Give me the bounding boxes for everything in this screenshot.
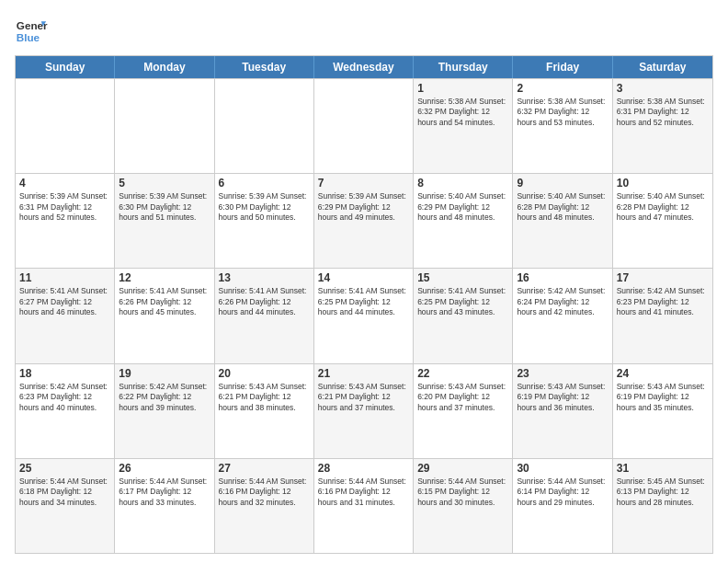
calendar: SundayMondayTuesdayWednesdayThursdayFrid…: [15, 55, 713, 554]
day-info: Sunrise: 5:41 AM Sunset: 6:26 PM Dayligh…: [219, 286, 310, 317]
cal-week-4: 25Sunrise: 5:44 AM Sunset: 6:18 PM Dayli…: [16, 458, 712, 553]
day-info: Sunrise: 5:40 AM Sunset: 6:28 PM Dayligh…: [617, 191, 709, 223]
cal-day-3: 3Sunrise: 5:38 AM Sunset: 6:31 PM Daylig…: [613, 79, 712, 173]
day-info: Sunrise: 5:43 AM Sunset: 6:20 PM Dayligh…: [417, 382, 508, 413]
cal-day-10: 10Sunrise: 5:40 AM Sunset: 6:28 PM Dayli…: [613, 174, 712, 268]
day-number: 13: [219, 271, 310, 284]
cal-week-2: 11Sunrise: 5:41 AM Sunset: 6:27 PM Dayli…: [16, 268, 712, 362]
day-number: 15: [417, 271, 508, 284]
cal-day-24: 24Sunrise: 5:43 AM Sunset: 6:19 PM Dayli…: [613, 364, 712, 458]
day-info: Sunrise: 5:39 AM Sunset: 6:31 PM Dayligh…: [19, 191, 110, 223]
day-info: Sunrise: 5:39 AM Sunset: 6:30 PM Dayligh…: [119, 191, 210, 223]
cal-day-4: 4Sunrise: 5:39 AM Sunset: 6:31 PM Daylig…: [16, 174, 115, 268]
day-number: 27: [219, 462, 310, 475]
calendar-body: 1Sunrise: 5:38 AM Sunset: 6:32 PM Daylig…: [16, 78, 712, 553]
day-number: 11: [19, 271, 110, 284]
day-info: Sunrise: 5:43 AM Sunset: 6:21 PM Dayligh…: [318, 382, 409, 413]
header: General Blue: [15, 15, 713, 48]
day-info: Sunrise: 5:39 AM Sunset: 6:29 PM Dayligh…: [318, 191, 409, 223]
cal-day-29: 29Sunrise: 5:44 AM Sunset: 6:15 PM Dayli…: [414, 459, 513, 553]
cal-day-7: 7Sunrise: 5:39 AM Sunset: 6:29 PM Daylig…: [314, 174, 414, 268]
cal-day-15: 15Sunrise: 5:41 AM Sunset: 6:25 PM Dayli…: [414, 269, 513, 362]
cal-day-empty-0-1: [115, 79, 214, 173]
cal-day-23: 23Sunrise: 5:43 AM Sunset: 6:19 PM Dayli…: [513, 364, 612, 458]
day-info: Sunrise: 5:41 AM Sunset: 6:26 PM Dayligh…: [119, 286, 210, 317]
svg-text:Blue: Blue: [17, 31, 40, 43]
day-info: Sunrise: 5:40 AM Sunset: 6:29 PM Dayligh…: [417, 191, 508, 223]
cal-day-30: 30Sunrise: 5:44 AM Sunset: 6:14 PM Dayli…: [513, 459, 612, 553]
cal-day-13: 13Sunrise: 5:41 AM Sunset: 6:26 PM Dayli…: [215, 269, 314, 362]
day-info: Sunrise: 5:44 AM Sunset: 6:16 PM Dayligh…: [318, 477, 409, 508]
day-info: Sunrise: 5:44 AM Sunset: 6:17 PM Dayligh…: [119, 477, 210, 508]
calendar-header: SundayMondayTuesdayWednesdayThursdayFrid…: [16, 56, 712, 78]
day-header-monday: Monday: [115, 56, 214, 78]
day-info: Sunrise: 5:44 AM Sunset: 6:14 PM Dayligh…: [517, 477, 608, 508]
cal-day-22: 22Sunrise: 5:43 AM Sunset: 6:20 PM Dayli…: [414, 364, 513, 458]
cal-day-26: 26Sunrise: 5:44 AM Sunset: 6:17 PM Dayli…: [115, 459, 214, 553]
day-number: 17: [617, 271, 709, 284]
day-info: Sunrise: 5:42 AM Sunset: 6:22 PM Dayligh…: [119, 382, 210, 413]
day-info: Sunrise: 5:43 AM Sunset: 6:19 PM Dayligh…: [517, 382, 608, 413]
cal-week-3: 18Sunrise: 5:42 AM Sunset: 6:23 PM Dayli…: [16, 363, 712, 458]
day-number: 29: [417, 462, 508, 475]
day-number: 14: [318, 271, 409, 284]
day-number: 22: [417, 367, 508, 380]
day-info: Sunrise: 5:41 AM Sunset: 6:27 PM Dayligh…: [19, 286, 110, 317]
cal-day-6: 6Sunrise: 5:39 AM Sunset: 6:30 PM Daylig…: [215, 174, 314, 268]
day-number: 24: [617, 367, 709, 380]
day-number: 10: [617, 177, 709, 190]
day-number: 8: [417, 177, 508, 190]
logo-icon: General Blue: [15, 15, 48, 48]
day-number: 19: [119, 367, 210, 380]
day-number: 25: [19, 462, 110, 475]
day-number: 4: [19, 177, 110, 190]
cal-day-27: 27Sunrise: 5:44 AM Sunset: 6:16 PM Dayli…: [215, 459, 314, 553]
day-number: 26: [119, 462, 210, 475]
day-number: 23: [517, 367, 608, 380]
day-number: 20: [219, 367, 310, 380]
cal-day-19: 19Sunrise: 5:42 AM Sunset: 6:22 PM Dayli…: [115, 364, 214, 458]
day-info: Sunrise: 5:43 AM Sunset: 6:21 PM Dayligh…: [219, 382, 310, 413]
cal-day-12: 12Sunrise: 5:41 AM Sunset: 6:26 PM Dayli…: [115, 269, 214, 362]
day-info: Sunrise: 5:41 AM Sunset: 6:25 PM Dayligh…: [318, 286, 409, 317]
day-header-thursday: Thursday: [414, 56, 513, 78]
day-info: Sunrise: 5:44 AM Sunset: 6:15 PM Dayligh…: [417, 477, 508, 508]
day-header-saturday: Saturday: [613, 56, 712, 78]
day-number: 5: [119, 177, 210, 190]
cal-day-16: 16Sunrise: 5:42 AM Sunset: 6:24 PM Dayli…: [513, 269, 612, 362]
cal-day-empty-0-0: [16, 79, 115, 173]
day-number: 1: [417, 82, 508, 95]
cal-day-17: 17Sunrise: 5:42 AM Sunset: 6:23 PM Dayli…: [613, 269, 712, 362]
cal-week-0: 1Sunrise: 5:38 AM Sunset: 6:32 PM Daylig…: [16, 78, 712, 173]
cal-day-25: 25Sunrise: 5:44 AM Sunset: 6:18 PM Dayli…: [16, 459, 115, 553]
cal-day-18: 18Sunrise: 5:42 AM Sunset: 6:23 PM Dayli…: [16, 364, 115, 458]
cal-day-empty-0-2: [215, 79, 314, 173]
day-number: 3: [617, 82, 709, 95]
day-info: Sunrise: 5:40 AM Sunset: 6:28 PM Dayligh…: [517, 191, 608, 223]
day-number: 12: [119, 271, 210, 284]
cal-day-28: 28Sunrise: 5:44 AM Sunset: 6:16 PM Dayli…: [314, 459, 414, 553]
day-info: Sunrise: 5:44 AM Sunset: 6:16 PM Dayligh…: [219, 477, 310, 508]
day-info: Sunrise: 5:42 AM Sunset: 6:23 PM Dayligh…: [19, 382, 110, 413]
day-info: Sunrise: 5:38 AM Sunset: 6:32 PM Dayligh…: [417, 97, 508, 128]
cal-day-20: 20Sunrise: 5:43 AM Sunset: 6:21 PM Dayli…: [215, 364, 314, 458]
cal-day-5: 5Sunrise: 5:39 AM Sunset: 6:30 PM Daylig…: [115, 174, 214, 268]
day-number: 21: [318, 367, 409, 380]
day-number: 2: [517, 82, 608, 95]
day-info: Sunrise: 5:39 AM Sunset: 6:30 PM Dayligh…: [219, 191, 310, 223]
day-number: 18: [19, 367, 110, 380]
cal-day-21: 21Sunrise: 5:43 AM Sunset: 6:21 PM Dayli…: [314, 364, 414, 458]
day-number: 16: [517, 271, 608, 284]
cal-day-31: 31Sunrise: 5:45 AM Sunset: 6:13 PM Dayli…: [613, 459, 712, 553]
day-header-friday: Friday: [513, 56, 612, 78]
day-number: 30: [517, 462, 608, 475]
day-header-wednesday: Wednesday: [314, 56, 414, 78]
day-number: 6: [219, 177, 310, 190]
cal-week-1: 4Sunrise: 5:39 AM Sunset: 6:31 PM Daylig…: [16, 173, 712, 268]
cal-day-8: 8Sunrise: 5:40 AM Sunset: 6:29 PM Daylig…: [414, 174, 513, 268]
cal-day-empty-0-3: [314, 79, 414, 173]
logo: General Blue: [15, 15, 51, 48]
day-info: Sunrise: 5:38 AM Sunset: 6:32 PM Dayligh…: [517, 97, 608, 128]
day-header-sunday: Sunday: [16, 56, 115, 78]
day-info: Sunrise: 5:45 AM Sunset: 6:13 PM Dayligh…: [617, 477, 709, 508]
